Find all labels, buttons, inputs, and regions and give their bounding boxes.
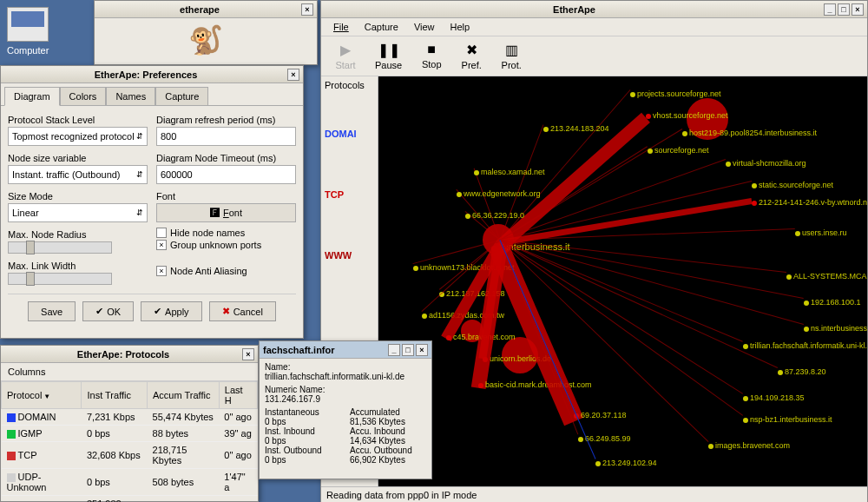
- network-node[interactable]: static.sourceforge.net: [752, 181, 833, 189]
- network-node[interactable]: images.bravenet.com: [708, 441, 790, 450]
- network-node[interactable]: projects.sourceforge.net: [630, 89, 721, 98]
- network-node[interactable]: 69.20.37.118: [574, 411, 627, 419]
- label-group-unknown: Group unknown ports: [170, 240, 261, 250]
- network-node[interactable]: ALL-SYSTEMS.MCAST.NET: [786, 272, 867, 281]
- ok-button[interactable]: ✔OK: [82, 301, 134, 321]
- legend-item[interactable]: TCP: [325, 186, 374, 203]
- network-node[interactable]: www.edgenetwork.org: [457, 189, 541, 198]
- table-row[interactable]: UDP-Unknown0 bps508 bytes1'47" a: [2, 469, 258, 496]
- close-icon[interactable]: ×: [242, 348, 254, 360]
- maximize-icon[interactable]: □: [838, 3, 850, 16]
- checkbox-hide-names[interactable]: [156, 228, 167, 238]
- statusbar: Reading data from ppp0 in IP mode: [321, 486, 867, 502]
- tab-diagram[interactable]: Diagram: [4, 87, 60, 106]
- network-node[interactable]: users.inse.ru: [795, 228, 847, 237]
- network-node[interactable]: vhost.sourceforge.net: [646, 111, 728, 120]
- network-node[interactable]: maleso.xamad.net: [474, 168, 545, 176]
- slider-max-node-radius[interactable]: [8, 241, 112, 254]
- menu-capture[interactable]: Capture: [358, 20, 405, 34]
- network-node[interactable]: basic-cid.mark.dreamhost.com: [478, 380, 592, 389]
- toolbar-label: Start: [335, 60, 355, 70]
- stop-icon: ■: [427, 42, 436, 57]
- tab-colors[interactable]: Colors: [60, 87, 107, 105]
- close-icon[interactable]: ×: [301, 3, 313, 16]
- accu-out: 66,902 Kbytes: [350, 455, 426, 465]
- network-node[interactable]: 194.109.218.35: [743, 393, 805, 402]
- combo-node-size-var[interactable]: Instant. traffic (Outbound)⇵: [8, 165, 148, 184]
- label-max-link-width: Max. Link Width: [8, 261, 148, 271]
- close-icon[interactable]: ×: [416, 344, 428, 356]
- menu-file[interactable]: File: [326, 20, 356, 34]
- combo-stack-level[interactable]: Topmost recognized protocol⇵: [8, 127, 148, 146]
- toolbar-prot-button[interactable]: ▥Prot.: [496, 40, 527, 72]
- input-node-timeout[interactable]: 600000: [156, 165, 296, 184]
- node-dot-icon: [478, 383, 483, 388]
- apply-button[interactable]: ✔Apply: [141, 301, 202, 321]
- node-dot-icon: [804, 301, 809, 306]
- network-node[interactable]: sourceforge.net: [648, 146, 709, 155]
- maximize-icon[interactable]: □: [402, 344, 414, 356]
- node-dot-icon: [543, 127, 549, 132]
- network-node[interactable]: nsp-bz1.interbusiness.it: [743, 415, 832, 424]
- label-size-mode: Size Mode: [8, 191, 148, 201]
- network-node[interactable]: trillian.fachschaft.informatik.uni-kl.de: [743, 341, 867, 350]
- legend-item[interactable]: DOMAI: [325, 125, 374, 142]
- col-accum[interactable]: Accum Traffic: [148, 382, 220, 409]
- menu-view[interactable]: View: [407, 20, 442, 34]
- node-dot-icon: [786, 274, 792, 280]
- col-inst[interactable]: Inst Traffic: [82, 382, 148, 409]
- checkbox-anti-alias[interactable]: ×: [156, 266, 167, 276]
- inst-in: 0 bps: [265, 436, 341, 446]
- network-node[interactable]: virtual-shcmozilla.org: [726, 159, 806, 168]
- network-node[interactable]: ns.interbusiness.it: [804, 324, 867, 333]
- toolbar-stop-button[interactable]: ■Stop: [416, 40, 447, 72]
- network-node[interactable]: 213.249.102.94: [595, 459, 657, 467]
- table-row[interactable]: WWW351,982 Kbps2,036 Mbytes0" ago: [2, 496, 258, 502]
- col-last[interactable]: Last H: [219, 382, 257, 409]
- font-button[interactable]: 🅵FFontont: [156, 203, 296, 222]
- close-icon[interactable]: ×: [287, 69, 299, 81]
- proto-panel-title: Protocols: [325, 80, 374, 90]
- network-node[interactable]: 192.168.100.1: [804, 298, 861, 307]
- node-dot-icon: [743, 396, 748, 401]
- toolbar-label: Pause: [375, 60, 402, 70]
- save-button[interactable]: Save: [28, 301, 76, 321]
- table-row[interactable]: DOMAIN7,231 Kbps55,474 Kbytes0" ago: [2, 409, 258, 426]
- tab-names[interactable]: Names: [106, 87, 155, 105]
- minimize-icon[interactable]: _: [824, 3, 836, 16]
- inst-total: 0 bps: [265, 417, 341, 426]
- toolbar-pause-button[interactable]: ❚❚Pause: [370, 40, 407, 72]
- menu-help[interactable]: Help: [444, 20, 477, 34]
- toolbar-pref-button[interactable]: ✖Pref.: [456, 40, 487, 72]
- network-node[interactable]: 212-214-141-246.v-by.wtnord.net: [752, 198, 867, 207]
- inst-header: Instantaneous: [265, 407, 341, 417]
- network-node[interactable]: host219-89.pool8254.interbusiness.it: [682, 129, 817, 137]
- node-dot-icon: [648, 149, 653, 154]
- minimize-icon[interactable]: _: [388, 344, 400, 356]
- label-stack-level: Protocol Stack Level: [8, 115, 148, 125]
- desktop-computer-icon[interactable]: Computer: [7, 7, 49, 56]
- tab-capture[interactable]: Capture: [155, 87, 208, 105]
- table-row[interactable]: IGMP0 bps88 bytes39" ag: [2, 426, 258, 442]
- legend-item[interactable]: WWW: [325, 247, 374, 264]
- font-icon: 🅵: [210, 208, 220, 218]
- close-icon[interactable]: ×: [852, 3, 864, 16]
- chevron-updown-icon: ⇵: [136, 132, 143, 141]
- network-canvas[interactable]: 1.interbusiness.it projects.sourceforge.…: [378, 76, 867, 486]
- desktop-computer-label: Computer: [7, 45, 49, 56]
- etherape-icon-window: etherape × 🐒: [94, 0, 318, 65]
- network-node[interactable]: 213.244.183.204: [543, 124, 609, 133]
- pref-icon: ✖: [466, 42, 477, 58]
- cancel-button[interactable]: ✖Cancel: [209, 301, 276, 321]
- node-dot-icon: [413, 266, 418, 271]
- slider-max-link-width[interactable]: [8, 273, 112, 285]
- network-node[interactable]: 87.239.8.20: [778, 367, 826, 376]
- col-protocol[interactable]: Protocol▼: [2, 382, 82, 409]
- accu-total: 81,536 Kbytes: [350, 417, 426, 426]
- node-detail-window: fachschaft.infor _ □ × Name: trillian.fa…: [259, 340, 432, 479]
- table-row[interactable]: TCP32,608 Kbps218,715 Kbytes0" ago: [2, 442, 258, 469]
- input-refresh[interactable]: 800: [156, 127, 296, 146]
- network-node[interactable]: 66.36.229.19.0: [465, 211, 524, 220]
- checkbox-group-unknown[interactable]: ×: [156, 240, 167, 250]
- combo-size-mode[interactable]: Linear⇵: [8, 203, 148, 222]
